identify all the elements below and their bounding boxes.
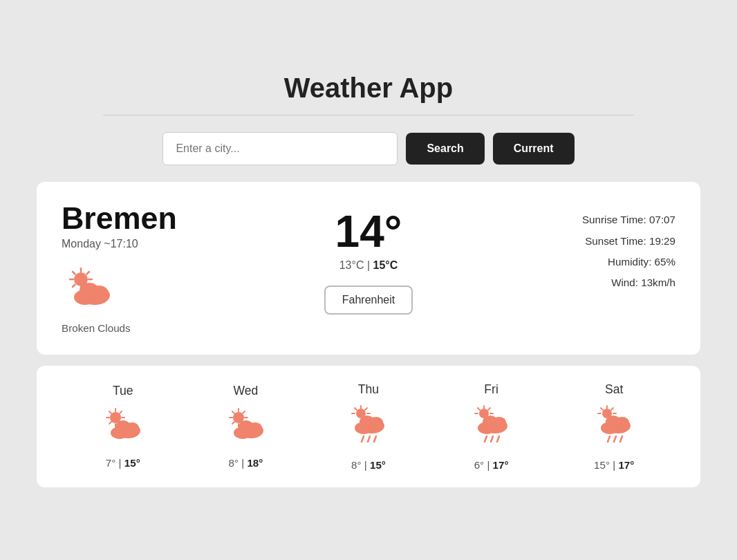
temp-separator: | [367, 259, 373, 271]
svg-line-56 [478, 408, 480, 410]
svg-line-49 [362, 436, 364, 442]
temp-high: 15°C [373, 259, 398, 271]
forecast-icon-0 [62, 405, 185, 450]
svg-line-70 [611, 408, 613, 410]
forecast-icon-2 [307, 404, 430, 452]
forecast-high-4: 17° [618, 459, 634, 471]
forecast-low-0: 7° [106, 457, 116, 469]
forecast-row: Tue [62, 382, 675, 471]
forecast-icon-3 [430, 404, 553, 452]
forecast-day-4: Sat [552, 382, 675, 471]
svg-line-69 [601, 408, 603, 410]
search-button[interactable]: Search [406, 133, 484, 165]
forecast-low-4: 15° [594, 459, 610, 471]
forecast-high-2: 15° [370, 459, 386, 471]
svg-line-33 [243, 411, 245, 413]
svg-line-20 [120, 411, 122, 413]
weather-main: Bremen Monday ~17:10 [62, 203, 675, 334]
svg-line-5 [73, 272, 75, 274]
city-input[interactable] [162, 132, 398, 165]
svg-point-38 [248, 422, 262, 433]
humidity: Humidity: 65% [471, 252, 675, 272]
svg-point-48 [369, 417, 383, 428]
svg-line-8 [73, 284, 75, 287]
svg-point-12 [91, 286, 108, 298]
forecast-day-name-0: Tue [62, 384, 185, 398]
forecast-temps-3: 6° | 17° [430, 459, 553, 471]
current-weather-icon [62, 264, 266, 318]
header-divider [103, 115, 634, 115]
forecast-day-name-1: Wed [185, 384, 308, 398]
forecast-icon-1 [185, 405, 308, 450]
forecast-temps-4: 15° | 17° [552, 459, 675, 471]
forecast-day-2: Thu [307, 382, 430, 471]
wind: Wind: 13km/h [471, 272, 675, 293]
svg-point-61 [492, 417, 506, 428]
svg-line-34 [232, 422, 234, 424]
svg-line-77 [620, 436, 622, 442]
weather-card: Bremen Monday ~17:10 [37, 182, 700, 355]
forecast-day-0: Tue [62, 384, 185, 469]
city-name: Bremen [62, 203, 266, 234]
forecast-day-name-2: Thu [307, 382, 430, 397]
forecast-high-3: 17° [493, 459, 509, 471]
city-date: Monday ~17:10 [62, 238, 266, 250]
forecast-temps-0: 7° | 15° [62, 457, 185, 469]
sunset-time: Sunset Time: 19:29 [471, 231, 675, 252]
temp-low: 13°C [339, 259, 364, 271]
svg-line-7 [87, 272, 90, 274]
forecast-day-name-4: Sat [552, 382, 675, 397]
sunrise-time: Sunrise Time: 07:07 [471, 209, 675, 230]
svg-line-63 [491, 436, 493, 442]
app-container: Weather App Search Current Bremen Monday… [23, 59, 714, 501]
forecast-day-1: Wed [185, 384, 308, 469]
forecast-temps-2: 8° | 15° [307, 459, 430, 471]
temperature-main: 14° [266, 209, 471, 254]
svg-line-57 [488, 408, 490, 410]
svg-line-62 [485, 436, 487, 442]
fahrenheit-button[interactable]: Fahrenheit [324, 286, 413, 315]
svg-line-21 [109, 422, 111, 424]
svg-line-64 [497, 436, 499, 442]
svg-point-25 [125, 422, 139, 433]
forecast-card: Tue [37, 366, 700, 487]
forecast-high-1: 18° [247, 457, 263, 469]
weather-condition: Broken Clouds [62, 322, 266, 334]
temp-range: 13°C | 15°C [266, 259, 471, 272]
weather-left: Bremen Monday ~17:10 [62, 203, 266, 334]
svg-line-18 [109, 411, 111, 413]
svg-point-74 [615, 417, 629, 428]
svg-line-50 [368, 436, 370, 442]
current-button[interactable]: Current [493, 133, 575, 165]
forecast-low-2: 8° [351, 459, 362, 471]
forecast-temps-1: 8° | 18° [185, 457, 308, 469]
forecast-high-0: 15° [124, 457, 140, 469]
forecast-day-3: Fri [430, 382, 553, 471]
forecast-day-name-3: Fri [430, 382, 553, 397]
forecast-low-1: 8° [228, 457, 239, 469]
svg-line-51 [374, 436, 376, 442]
forecast-low-3: 6° [474, 459, 485, 471]
weather-right: Sunrise Time: 07:07 Sunset Time: 19:29 H… [471, 203, 675, 294]
svg-line-75 [608, 436, 610, 442]
weather-center: 14° 13°C | 15°C Fahrenheit [266, 203, 471, 315]
svg-line-31 [232, 411, 234, 413]
svg-line-43 [355, 408, 357, 410]
app-title: Weather App [37, 73, 700, 104]
svg-line-44 [365, 408, 367, 410]
forecast-icon-4 [552, 404, 675, 452]
search-row: Search Current [37, 132, 700, 165]
svg-line-76 [614, 436, 616, 442]
